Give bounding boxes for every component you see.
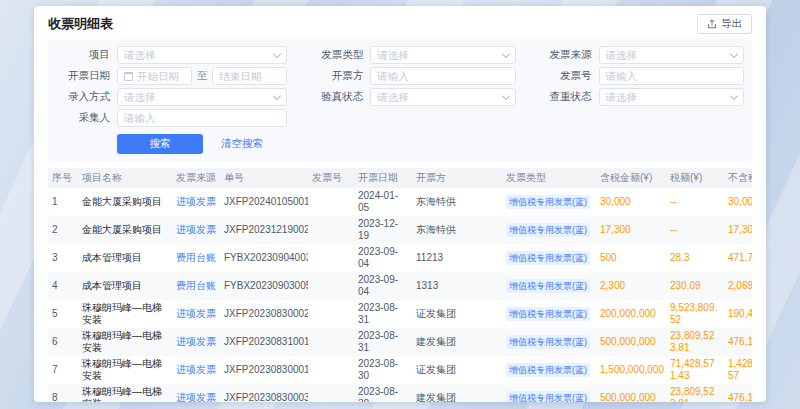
cell-source: 进项发票 [172,356,220,384]
column-header-date: 开票日期 [354,168,412,188]
cell-untaxed: 476,190,476.19 [724,328,752,356]
cell-date: 2023-08-30 [354,384,412,402]
cell-untaxed: 1,428,571,428.57 [724,356,752,384]
cell-type: 增值税专用发票(蓝) [502,244,596,272]
filter-panel: 项目 发票类型 发票来源 [48,39,752,162]
cell-no: 8 [48,384,78,402]
cell-untaxed: 190,476,190.48 [724,300,752,328]
chevron-down-icon [501,49,509,57]
cell-project: 成本管理项目 [78,244,172,272]
filter-field-invoice-no: 发票号 [538,67,744,85]
invoice-type-select-input[interactable] [377,49,498,61]
filter-field-invoice-source: 发票来源 [538,46,744,64]
verify-status-select-input[interactable] [377,91,498,103]
invoice-type-select[interactable] [370,46,515,64]
cell-issuer: 东海特供 [412,216,502,244]
cell-issuer: 东海特供 [412,188,502,216]
table-row: 1金能大厦采购项目进项发票JXFP202401050012024-01-05东海… [48,188,752,216]
cell-issuer: 1313 [412,272,502,300]
invoice-source-select-input[interactable] [606,49,727,61]
entry-method-label: 录入方式 [56,90,110,104]
cell-no: 3 [48,244,78,272]
end-date-field[interactable] [219,70,280,82]
filter-field-invoice-type: 发票类型 [309,46,515,64]
issuer-input[interactable] [370,67,515,85]
collector-input[interactable] [117,109,287,127]
table-row: 8珠穆朗玛峰—电梯安装进项发票JXFP202308300032023-08-30… [48,384,752,402]
verify-status-select[interactable] [370,88,515,106]
column-header-invoice_no: 发票号 [308,168,354,188]
invoice-no-input[interactable] [599,67,744,85]
export-icon [707,19,717,29]
filter-field-verify-status: 验真状态 [309,88,515,106]
filter-actions: 搜索 清空搜索 [56,134,744,154]
cell-amount: 500,000,000 [596,384,666,402]
cell-amount: 500 [596,244,666,272]
invoice-type-badge: 增值税专用发票(蓝) [506,335,590,349]
chevron-down-icon [501,91,509,99]
cell-date: 2023-08-31 [354,328,412,356]
cell-untaxed: 17,300 [724,216,752,244]
cell-tax: 28.3 [666,244,724,272]
start-date-input[interactable] [117,67,192,85]
cell-invoice_no [308,300,354,328]
entry-method-select-input[interactable] [124,91,270,103]
cell-issuer: 11213 [412,244,502,272]
end-date-input[interactable] [212,67,287,85]
cell-issuer: 证发集团 [412,300,502,328]
filter-field-dup-status: 查重状态 [538,88,744,106]
cell-type: 增值税专用发票(蓝) [502,328,596,356]
cell-invoice_no [308,272,354,300]
search-button[interactable]: 搜索 [117,134,203,154]
clear-search-button[interactable]: 清空搜索 [213,134,271,154]
cell-type: 增值税专用发票(蓝) [502,356,596,384]
dup-status-label: 查重状态 [538,90,592,104]
export-button[interactable]: 导出 [697,14,752,34]
invoice-detail-panel: 收票明细表 导出 项目 发票类型 [34,6,766,402]
cell-source: 进项发票 [172,328,220,356]
column-header-issuer: 开票方 [412,168,502,188]
cell-tax: 9,523,809.52 [666,300,724,328]
project-select-input[interactable] [124,49,270,61]
invoice-no-field[interactable] [606,70,737,82]
cell-no: 4 [48,272,78,300]
project-select[interactable] [117,46,287,64]
invoice-type-badge: 增值税专用发票(蓝) [506,307,590,321]
invoice-no-label: 发票号 [538,69,592,83]
cell-invoice_no [308,356,354,384]
column-header-source: 发票来源 [172,168,220,188]
cell-source: 费用台账 [172,244,220,272]
cell-invoice_no [308,216,354,244]
cell-order_no: FYBX20230903005 [220,272,308,300]
cell-untaxed: 471.7 [724,244,752,272]
column-header-tax: 税额(¥) [666,168,724,188]
cell-amount: 200,000,000 [596,300,666,328]
cell-date: 2023-09-04 [354,272,412,300]
invoice-type-label: 发票类型 [309,48,363,62]
cell-no: 2 [48,216,78,244]
issuer-field[interactable] [377,70,508,82]
start-date-field[interactable] [137,70,185,82]
column-header-untaxed: 不含税金额(¥) [724,168,752,188]
cell-amount: 30,000 [596,188,666,216]
cell-amount: 17,300 [596,216,666,244]
cell-project: 珠穆朗玛峰—电梯安装 [78,384,172,402]
verify-status-label: 验真状态 [309,90,363,104]
cell-order_no: JXFP20231219002 [220,216,308,244]
table-row: 6珠穆朗玛峰—电梯安装进项发票JXFP202308310012023-08-31… [48,328,752,356]
cell-invoice_no [308,384,354,402]
cell-source: 进项发票 [172,384,220,402]
dup-status-select[interactable] [599,88,744,106]
cell-date: 2023-09-04 [354,244,412,272]
cell-project: 珠穆朗玛峰—电梯安装 [78,328,172,356]
collector-field[interactable] [124,112,280,124]
invoice-source-select[interactable] [599,46,744,64]
entry-method-select[interactable] [117,88,287,106]
invoice-type-badge: 增值税专用发票(蓝) [506,279,590,293]
invoice-type-badge: 增值税专用发票(蓝) [506,363,590,377]
filter-field-issuer: 开票方 [309,67,515,85]
invoice-type-badge: 增值税专用发票(蓝) [506,251,590,265]
cell-amount: 500,000,000 [596,328,666,356]
date-range-separator: 至 [197,69,208,83]
dup-status-select-input[interactable] [606,91,727,103]
